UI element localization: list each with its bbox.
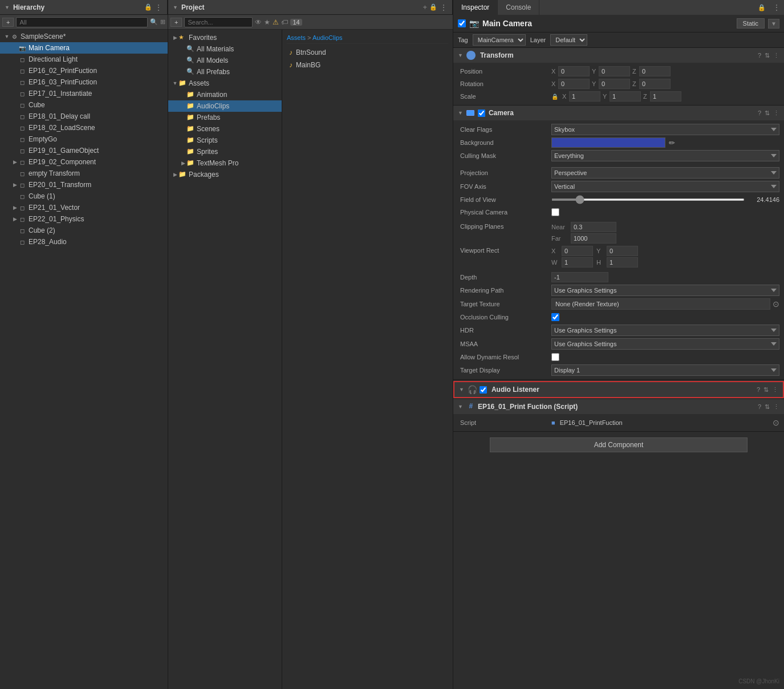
near-input[interactable] [571,222,616,232]
tree-item-ep20-01[interactable]: ▶ ◻ EP20_01_Transform [0,179,168,191]
tree-item-cube1[interactable]: ◻ Cube (1) [0,191,168,202]
vp-y-input[interactable] [607,246,638,256]
msaa-select[interactable]: Use Graphics Settings [551,338,779,350]
tree-item-samplescene[interactable]: ▼ ⚙ SampleScene* [0,31,168,42]
proj-item-all-models[interactable]: 🔍 All Models [168,55,282,66]
audio-listener-settings-icon[interactable]: ⇅ [763,386,769,394]
inspector-lock-icon[interactable]: 🔒 [754,4,769,11]
transform-menu-dots[interactable]: ⋮ [773,52,779,59]
tree-item-main-camera[interactable]: 📷 Main Camera [0,42,168,54]
ep16-help-icon[interactable]: ? [758,403,761,411]
tree-item-ep22-01[interactable]: ▶ ◻ EP22_01_Physics [0,213,168,225]
audio-listener-help-icon[interactable]: ? [757,386,760,394]
object-enabled-checkbox[interactable] [458,19,466,27]
proj-item-sprites[interactable]: 📁 Sprites [168,146,282,157]
camera-settings-icon[interactable]: ⇅ [765,110,770,117]
vp-h-input[interactable] [607,257,638,268]
scale-x-input[interactable] [569,91,600,102]
layer-select[interactable]: Default [550,34,587,46]
hdr-select[interactable]: Use Graphics Settings [551,325,779,336]
project-search-input[interactable] [184,17,253,27]
tag-icon[interactable]: 🏷 [281,18,288,26]
camera-help-icon[interactable]: ? [758,110,761,117]
inspector-menu-icon[interactable]: ⋮ [769,3,784,12]
proj-item-all-materials[interactable]: 🔍 All Materials [168,43,282,55]
camera-header[interactable]: ▼ Camera ? ⇅ ⋮ [453,106,784,120]
tree-item-empty-transform[interactable]: ◻ empty Transform [0,168,168,179]
tree-item-ep16-03[interactable]: ◻ EP16_03_PrintFuction [0,76,168,88]
hierarchy-collapse-icon[interactable]: ▼ [5,5,10,10]
ep16-menu-dots[interactable]: ⋮ [773,403,779,411]
clear-flags-select[interactable]: Skybox [551,124,779,135]
vp-x-input[interactable] [562,246,593,256]
proj-item-audioclips[interactable]: 📁 AudioClips [168,100,282,112]
script-browse-btn[interactable]: ⊙ [773,418,779,427]
file-item-btnsound[interactable]: ♪ BtnSound [287,46,448,59]
proj-item-favorites[interactable]: ▶ ★ Favorites [168,32,282,43]
far-input[interactable] [571,233,616,244]
breadcrumb-audioclips[interactable]: AudioClips [312,34,343,41]
scale-y-input[interactable] [610,91,641,102]
depth-input[interactable] [551,272,608,282]
physical-camera-checkbox[interactable] [551,208,559,216]
tree-item-ep21-01[interactable]: ▶ ◻ EP21_01_Vector [0,202,168,213]
proj-item-scenes[interactable]: 📁 Scenes [168,123,282,135]
tree-item-ep16-02[interactable]: ◻ EP16_02_PrintFuction [0,65,168,76]
hierarchy-filter-icon[interactable]: ⊞ [160,18,165,26]
hierarchy-lock-icon[interactable]: 🔒 [144,3,152,11]
rotation-y-input[interactable] [599,79,630,89]
project-add-button[interactable]: + [170,18,182,27]
eyedropper-button[interactable]: ✏ [668,139,676,147]
allow-dynamic-checkbox[interactable] [551,353,559,361]
tab-console[interactable]: Console [498,0,539,15]
proj-item-scripts[interactable]: 📁 Scripts [168,135,282,146]
rotation-z-input[interactable] [639,79,671,89]
proj-item-animation[interactable]: 📁 Animation [168,89,282,100]
transform-header[interactable]: ▼ Transform ? ⇅ ⋮ [453,48,784,63]
position-x-input[interactable] [558,66,590,76]
project-plus-icon[interactable]: + [423,3,427,11]
audio-listener-menu-dots[interactable]: ⋮ [772,386,778,394]
eye-icon[interactable]: 👁 [255,18,262,26]
scale-lock-icon[interactable]: 🔒 [551,94,558,100]
tag-select[interactable]: MainCamera [473,34,526,46]
proj-item-packages[interactable]: ▶ 📁 Packages [168,169,282,180]
tree-item-ep17-01[interactable]: ◻ EP17_01_Instantiate [0,88,168,99]
project-menu-icon[interactable]: ⋮ [440,3,448,12]
vp-w-input[interactable] [562,257,593,268]
occlusion-culling-checkbox[interactable] [551,313,559,321]
position-z-input[interactable] [639,66,671,76]
tab-inspector[interactable]: Inspector [453,0,498,15]
audio-listener-header[interactable]: ▼ 🎧 Audio Listener ? ⇅ ⋮ [454,382,783,397]
fov-slider[interactable] [551,198,745,201]
star-icon[interactable]: ★ [264,18,270,26]
object-name[interactable]: Main Camera [482,19,733,28]
tree-item-ep28-audio[interactable]: ◻ EP28_Audio [0,236,168,248]
background-color-swatch[interactable] [551,137,665,148]
tree-item-ep18-02[interactable]: ◻ EP18_02_LoadScene [0,122,168,133]
static-button[interactable]: Static [737,18,765,29]
ep16-settings-icon[interactable]: ⇅ [765,403,770,411]
proj-item-textmesh[interactable]: ▶ 📁 TextMesh Pro [168,157,282,169]
target-display-select[interactable]: Display 1 [551,364,779,376]
ep16-script-header[interactable]: ▼ # EP16_01_Print Fuction (Script) ? ⇅ ⋮ [453,399,784,414]
position-y-input[interactable] [599,66,630,76]
tree-item-cube2[interactable]: ◻ Cube (2) [0,225,168,236]
scale-z-input[interactable] [650,91,681,102]
hierarchy-menu-icon[interactable]: ⋮ [155,3,163,12]
tree-item-emptygo[interactable]: ◻ EmptyGo [0,133,168,145]
static-arrow[interactable]: ▼ [768,19,779,29]
file-item-mainbg[interactable]: ♪ MainBG [287,59,448,71]
projection-select[interactable]: Perspective [551,167,779,179]
target-texture-browse-btn[interactable]: ⊙ [773,299,779,309]
rendering-path-select[interactable]: Use Graphics Settings [551,285,779,296]
tree-item-ep19-01[interactable]: ◻ EP19_01_GameObject [0,145,168,156]
proj-item-all-prefabs[interactable]: 🔍 All Prefabs [168,66,282,78]
hierarchy-add-button[interactable]: + [2,18,14,27]
tree-item-cube[interactable]: ◻ Cube [0,99,168,111]
transform-settings-icon[interactable]: ⇅ [765,52,770,59]
hierarchy-search-input[interactable] [16,17,148,27]
tree-item-directional-light[interactable]: ◻ Directional Light [0,54,168,65]
proj-item-assets[interactable]: ▼ 📁 Assets [168,78,282,89]
transform-help-icon[interactable]: ? [758,52,761,59]
